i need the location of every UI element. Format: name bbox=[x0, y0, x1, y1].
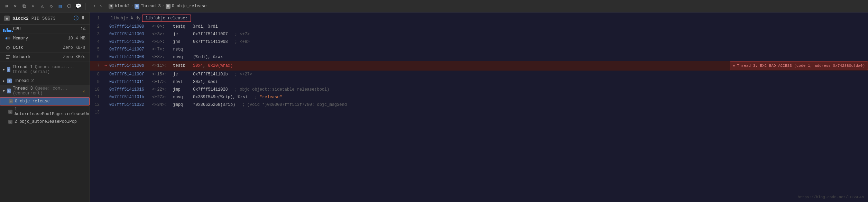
thread2-label: Thread 2 bbox=[14, 79, 34, 83]
code-line-3: 3 0x7fff51411003 <+3>: je 0x7fff51411007… bbox=[90, 30, 868, 38]
breadcrumb-thread3-label: Thread 3 bbox=[141, 4, 161, 9]
breadcrumb-objc[interactable]: ⚙ 0 objc_release bbox=[166, 4, 207, 9]
instr-7: testb bbox=[173, 62, 190, 69]
thread2-icon: ⊕ bbox=[7, 79, 12, 83]
instr-2: testq bbox=[173, 23, 190, 30]
code-line-9: 9 0x7fff51411011 <+17>: movl $0x1, %esi bbox=[90, 78, 868, 86]
diamond-icon[interactable]: ◇ bbox=[48, 3, 55, 10]
line-num-1: 1 bbox=[90, 16, 102, 21]
warning-icon[interactable]: △ bbox=[39, 3, 46, 10]
breadcrumb-sep-2: › bbox=[162, 4, 164, 8]
process-title: block2 PID 50673 bbox=[12, 16, 71, 21]
metric-disk[interactable]: Disk Zero KB/s bbox=[0, 43, 90, 53]
error-badge-icon: ≡ bbox=[733, 62, 735, 69]
main-layout: ▣ block2 PID 50673 ⓘ ⏸ bbox=[0, 12, 868, 202]
line-num-2: 2 bbox=[90, 23, 102, 30]
cpu-value: 1% bbox=[81, 27, 85, 31]
offset-12: <+34>: bbox=[152, 101, 172, 108]
frame1-icon: ⊡ bbox=[8, 110, 12, 114]
addr-9: 0x7fff51411011 bbox=[109, 79, 151, 85]
instr-3: je bbox=[173, 31, 190, 38]
offset-10: <+22>: bbox=[152, 86, 172, 93]
code-line-6: 6 0x7fff51411008 <+8>: movq (%rdi), %rax bbox=[90, 53, 868, 61]
addr-2: 0x7fff51411000 bbox=[109, 23, 151, 30]
offset-6: <+8>: bbox=[152, 54, 172, 61]
offset-8: <+15>: bbox=[152, 71, 172, 78]
network-label: Network bbox=[13, 55, 60, 59]
addr-12: 0x7fff51411022 bbox=[109, 101, 151, 108]
line-num-7: 7 bbox=[90, 62, 102, 69]
instr-4: jns bbox=[173, 38, 190, 45]
thread3-label: Thread 3 Queue: com...(concurrent) bbox=[13, 86, 80, 96]
grid-breadcrumb-icon: ⊞ bbox=[109, 4, 113, 9]
addr-4: 0x7fff51411005 bbox=[109, 38, 151, 45]
frame0-item[interactable]: ⚙ 0 objc_release bbox=[0, 97, 90, 105]
line-num-3: 3 bbox=[90, 31, 102, 38]
metric-cpu[interactable]: CPU 1% bbox=[0, 25, 90, 34]
tag-icon[interactable]: ⬡ bbox=[66, 3, 73, 10]
chat-icon[interactable]: 💬 bbox=[75, 3, 82, 10]
watermark: https://blog.csdn.net/IOSSHAN bbox=[798, 195, 864, 199]
breadcrumb-sep-1: › bbox=[131, 4, 133, 8]
thread1-header[interactable]: ▶ ⊕ Thread 1 Queue: com.a...-thread (ser… bbox=[0, 62, 90, 76]
operands-7: $0x4, 0x20(%rax) bbox=[193, 62, 723, 69]
disk-icon bbox=[6, 45, 10, 50]
process-header[interactable]: ▣ block2 PID 50673 ⓘ ⏸ bbox=[0, 12, 90, 25]
disk-value: Zero KB/s bbox=[63, 45, 85, 50]
code-line-13: 13 bbox=[90, 109, 868, 116]
offset-7: <+11>: bbox=[152, 62, 172, 69]
thread1-triangle: ▶ bbox=[3, 67, 5, 72]
info-icon[interactable]: ⓘ bbox=[74, 15, 79, 21]
instr-11: movq bbox=[173, 94, 190, 101]
thread3-warning-icon: ⚠ bbox=[83, 89, 85, 94]
addr-8: 0x7fff5141100f bbox=[109, 71, 151, 78]
search-icon[interactable]: ⌕ bbox=[30, 3, 37, 10]
cpu-icon bbox=[6, 27, 10, 31]
instr-8: je bbox=[173, 71, 190, 78]
thread3-header[interactable]: ▼ ⊕ Thread 3 Queue: com...(concurrent) ⚠ bbox=[0, 85, 90, 97]
code-line-7: 7 → 0x7fff5141100b <+11>: testb $0x4, 0x… bbox=[90, 61, 868, 71]
thread2-triangle: ▶ bbox=[3, 79, 5, 83]
code-line-8: 8 0x7fff5141100f <+15>: je 0x7fff5141101… bbox=[90, 71, 868, 78]
frame2-icon: ⊡ bbox=[8, 120, 12, 124]
tree-icon[interactable]: ⧉ bbox=[21, 3, 28, 10]
nav-back-button[interactable]: ‹ bbox=[92, 3, 97, 10]
memory-bar bbox=[6, 37, 10, 39]
code-line-10: 10 0x7fff51411016 <+22>: jmp 0x7fff51411… bbox=[90, 86, 868, 93]
operands-9: $0x1, %esi bbox=[193, 79, 868, 85]
operands-3: 0x7fff51411007; <+7> bbox=[193, 31, 868, 38]
addr-7: 0x7fff5141100b bbox=[109, 62, 151, 69]
cpu-chart bbox=[3, 26, 13, 32]
list-icon[interactable]: ▤ bbox=[57, 3, 64, 10]
process-icons: ⓘ ⏸ bbox=[74, 15, 85, 21]
memory-value: 10.4 MB bbox=[68, 36, 85, 41]
pause-icon[interactable]: ⏸ bbox=[81, 15, 85, 21]
code-panel: 1 libobjc.A.dy lib`objc_release: 2 0x7ff… bbox=[90, 12, 868, 202]
close-icon[interactable]: ✕ bbox=[12, 3, 19, 10]
thread2-header[interactable]: ▶ ⊕ Thread 2 bbox=[0, 76, 90, 85]
metric-network[interactable]: Network Zero KB/s bbox=[0, 53, 90, 62]
frame2-item[interactable]: ⊡ 2 objc_autoreleasePoolPop bbox=[0, 118, 90, 126]
gear-breadcrumb-icon: ⚙ bbox=[166, 4, 170, 9]
breadcrumb: ⊞ block2 › ⊕ Thread 3 › ⚙ 0 objc_release bbox=[109, 4, 207, 9]
code-line-5: 5 0x7fff51411007 <+7>: retq bbox=[90, 46, 868, 53]
code-line-12: 12 0x7fff51411022 <+34>: jmpq *0x3662526… bbox=[90, 101, 868, 109]
metric-memory[interactable]: Memory 10.4 MB bbox=[0, 34, 90, 43]
code-line-11: 11 0x7fff5141101b <+27>: movq 0x389f549e… bbox=[90, 93, 868, 101]
func-name-box: lib`objc_release: bbox=[142, 15, 191, 22]
breadcrumb-objc-label: 0 objc_release bbox=[172, 4, 207, 9]
breadcrumb-block2[interactable]: ⊞ block2 bbox=[109, 4, 130, 9]
breadcrumb-thread3[interactable]: ⊕ Thread 3 bbox=[135, 4, 161, 9]
network-lines bbox=[6, 55, 10, 59]
code-line-1: 1 libobjc.A.dy lib`objc_release: bbox=[90, 14, 868, 23]
frame1-item[interactable]: ⊡ 1 AutoreleasePoolPage::releaseUnt... bbox=[0, 105, 90, 118]
line-num-13: 13 bbox=[90, 109, 102, 116]
operands-6: (%rdi), %rax bbox=[193, 54, 868, 61]
grid-icon[interactable]: ⊞ bbox=[3, 3, 10, 10]
code-content[interactable]: 1 libobjc.A.dy lib`objc_release: 2 0x7ff… bbox=[90, 12, 868, 202]
nav-forward-button[interactable]: › bbox=[98, 3, 103, 10]
toolbar: ⊞ ✕ ⧉ ⌕ △ ◇ ▤ ⬡ 💬 ‹ › ⊞ block2 › ⊕ Threa… bbox=[0, 0, 868, 12]
sidebar: ▣ block2 PID 50673 ⓘ ⏸ bbox=[0, 12, 90, 202]
line-num-6: 6 bbox=[90, 54, 102, 61]
offset-4: <+5>: bbox=[152, 38, 172, 45]
